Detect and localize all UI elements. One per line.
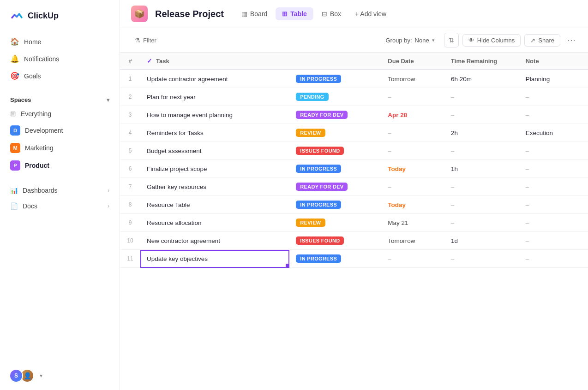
col-time-remaining: Time Remaining — [444, 53, 519, 70]
row-note: – — [519, 106, 588, 124]
groupby-button[interactable]: Group by: None ▾ — [380, 35, 440, 46]
hide-columns-label: Hide Columns — [477, 37, 515, 44]
filter-button[interactable]: ⚗ Filter — [129, 35, 162, 46]
table-row[interactable]: 7 Gather key resources READY FOR DEV – –… — [120, 178, 588, 196]
tab-box[interactable]: ⊟ Box — [315, 7, 348, 20]
spaces-header[interactable]: Spaces ▾ — [6, 94, 114, 106]
tab-board[interactable]: ▦ Board — [235, 7, 274, 20]
sidebar-item-notifications-label: Notifications — [24, 55, 59, 63]
row-task-name[interactable]: How to manage event planning — [140, 106, 289, 124]
spaces-section: Spaces ▾ ⊞ Everything D Development M Ma… — [0, 86, 120, 176]
table-row[interactable]: 2 Plan for next year PENDING – – – — [120, 88, 588, 106]
row-note: – — [519, 196, 588, 214]
sidebar-nav: 🏠 Home 🔔 Notifications 🎯 Goals — [0, 31, 120, 86]
sidebar-item-dashboards[interactable]: 📊 Dashboards › — [6, 183, 114, 198]
row-num: 3 — [120, 106, 140, 124]
sidebar-item-home[interactable]: 🏠 Home — [6, 33, 114, 50]
sidebar-item-notifications[interactable]: 🔔 Notifications — [6, 50, 114, 67]
table-row[interactable]: 8 Resource Table IN PROGRESS Today – – — [120, 196, 588, 214]
sidebar-item-goals[interactable]: 🎯 Goals — [6, 67, 114, 84]
filterbar: ⚗ Filter Group by: None ▾ ⇅ 👁 Hide Colum… — [120, 28, 588, 53]
product-avatar: P — [10, 160, 20, 171]
table-row[interactable]: 5 Budget assessment ISSUES FOUND – – – — [120, 142, 588, 160]
marketing-label: Marketing — [25, 144, 53, 152]
share-button[interactable]: ↗ Share — [524, 34, 560, 47]
row-status[interactable]: IN PROGRESS — [289, 250, 381, 268]
row-status[interactable]: READY FOR DEV — [289, 106, 381, 124]
table-row[interactable]: 9 Resource allocation REVIEW May 21 – – — [120, 214, 588, 232]
row-task-name[interactable]: Resource allocation — [140, 214, 289, 232]
status-badge: IN PROGRESS — [296, 75, 341, 83]
row-due-date: Tomorrow — [381, 232, 444, 250]
row-time-remaining: – — [444, 196, 519, 214]
row-num: 10 — [120, 232, 140, 250]
row-time-remaining: 1d — [444, 232, 519, 250]
user-dropdown-icon[interactable]: ▾ — [40, 372, 42, 379]
hide-columns-button[interactable]: 👁 Hide Columns — [462, 34, 521, 47]
row-task-name[interactable]: New contractor agreement — [140, 232, 289, 250]
sidebar-item-goals-label: Goals — [24, 72, 41, 80]
docs-chevron-icon: › — [108, 203, 109, 209]
sidebar-footer: S 👤 ▾ — [0, 361, 120, 390]
row-due-date: – — [381, 142, 444, 160]
row-task-name[interactable]: Update key objectives — [140, 250, 289, 268]
sidebar-item-product[interactable]: P Product — [6, 157, 114, 174]
row-task-name[interactable]: Budget assessment — [140, 142, 289, 160]
row-status[interactable]: IN PROGRESS — [289, 70, 381, 88]
add-view-button[interactable]: + Add view — [349, 7, 392, 20]
row-note: – — [519, 142, 588, 160]
sidebar-item-development[interactable]: D Development — [6, 122, 114, 139]
table-row[interactable]: 4 Reminders for Tasks REVIEW – 2h Execut… — [120, 124, 588, 142]
row-task-name[interactable]: Gather key resources — [140, 178, 289, 196]
filter-label: Filter — [143, 37, 156, 44]
row-time-remaining: – — [444, 214, 519, 232]
row-status[interactable]: REVIEW — [289, 124, 381, 142]
avatar-s: S — [9, 369, 23, 383]
more-icon: ⋯ — [567, 35, 576, 45]
row-time-remaining: – — [444, 142, 519, 160]
row-task-name[interactable]: Resource Table — [140, 196, 289, 214]
row-num: 6 — [120, 160, 140, 178]
board-tab-icon: ▦ — [241, 10, 247, 18]
row-status[interactable]: PENDING — [289, 88, 381, 106]
col-task-label: Task — [156, 58, 169, 65]
tab-table[interactable]: ⊞ Table — [276, 7, 313, 20]
sidebar-item-everything[interactable]: ⊞ Everything — [6, 106, 114, 122]
col-note: Note — [519, 53, 588, 70]
row-status[interactable]: IN PROGRESS — [289, 160, 381, 178]
row-due-date: May 21 — [381, 214, 444, 232]
row-task-name[interactable]: Reminders for Tasks — [140, 124, 289, 142]
row-status[interactable]: READY FOR DEV — [289, 178, 381, 196]
home-icon: 🏠 — [10, 37, 19, 46]
table-header-row: # ✓ Task Due Date Time Remaining Note — [120, 53, 588, 70]
logo-area[interactable]: ClickUp — [0, 0, 120, 31]
user-avatars[interactable]: S 👤 — [9, 369, 34, 383]
row-status[interactable]: REVIEW — [289, 214, 381, 232]
more-button[interactable]: ⋯ — [564, 33, 579, 47]
sort-button[interactable]: ⇅ — [444, 33, 459, 47]
product-label: Product — [25, 162, 49, 169]
table-row[interactable]: 10 New contractor agreement ISSUES FOUND… — [120, 232, 588, 250]
row-status[interactable]: IN PROGRESS — [289, 196, 381, 214]
hide-columns-icon: 👁 — [468, 37, 474, 44]
col-num: # — [120, 53, 140, 70]
filter-icon: ⚗ — [135, 37, 140, 44]
sidebar-item-docs[interactable]: 📄 Docs › — [6, 198, 114, 214]
row-task-name[interactable]: Update contractor agreement — [140, 70, 289, 88]
row-task-name[interactable]: Finalize project scope — [140, 160, 289, 178]
board-tab-label: Board — [250, 10, 267, 18]
bottom-nav: 📊 Dashboards › 📄 Docs › — [0, 180, 120, 217]
share-icon: ↗ — [530, 37, 535, 44]
status-badge: READY FOR DEV — [296, 111, 348, 119]
table-row[interactable]: 3 How to manage event planning READY FOR… — [120, 106, 588, 124]
filter-right: Group by: None ▾ ⇅ 👁 Hide Columns ↗ Shar… — [380, 33, 579, 47]
table-row[interactable]: 6 Finalize project scope IN PROGRESS Tod… — [120, 160, 588, 178]
row-status[interactable]: ISSUES FOUND — [289, 232, 381, 250]
row-task-name[interactable]: Plan for next year — [140, 88, 289, 106]
row-status[interactable]: ISSUES FOUND — [289, 142, 381, 160]
table-row[interactable]: 1 Update contractor agreement IN PROGRES… — [120, 70, 588, 88]
clickup-logo-icon — [9, 8, 24, 23]
sidebar-item-marketing[interactable]: M Marketing — [6, 139, 114, 157]
table-row[interactable]: 11 Update key objectives IN PROGRESS – –… — [120, 250, 588, 268]
status-badge: ISSUES FOUND — [296, 147, 344, 155]
